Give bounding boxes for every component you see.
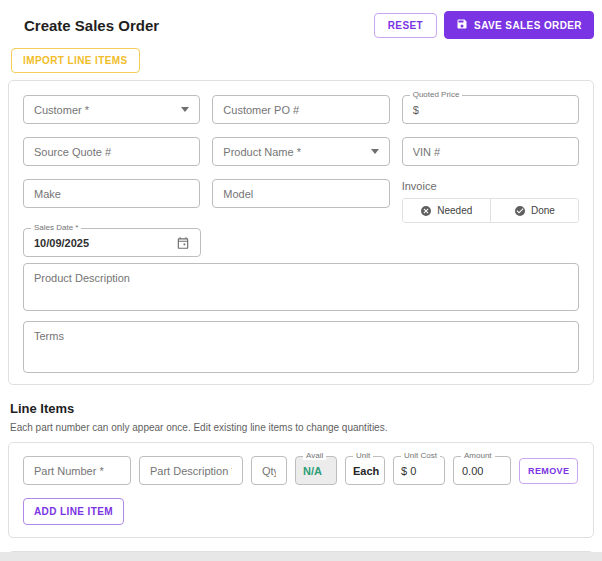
cancel-circle-icon <box>420 205 432 217</box>
save-sales-order-button[interactable]: SAVE SALES ORDER <box>444 11 594 39</box>
customer-po-input[interactable] <box>212 95 389 124</box>
amount-label: Amount <box>461 452 495 460</box>
caret-down-icon <box>181 107 189 112</box>
sales-date-label: Sales Date * <box>31 224 81 232</box>
line-items-title: Line Items <box>10 401 602 416</box>
invoice-done-label: Done <box>531 205 555 216</box>
caret-down-icon <box>371 149 379 154</box>
import-row: IMPORT LINE ITEMS <box>0 39 602 73</box>
line-item-row: Avail N/A Unit Each Unit Cost $ 0 Amount… <box>23 456 579 485</box>
part-description-input[interactable] <box>139 456 243 485</box>
terms-textarea[interactable] <box>23 321 579 373</box>
unit-cost-field[interactable]: Unit Cost $ 0 <box>393 456 445 485</box>
save-button-label: SAVE SALES ORDER <box>474 20 582 31</box>
product-name-select-label: Product Name * <box>223 146 301 158</box>
line-items-subtitle: Each part number can only appear once. E… <box>10 422 602 433</box>
unit-label: Unit <box>353 452 373 460</box>
sales-order-form-card: Customer * Quoted Price $ Product Name *… <box>8 80 594 385</box>
unit-cost-label: Unit Cost <box>401 452 440 460</box>
invoice-needed-label: Needed <box>437 205 472 216</box>
part-number-input[interactable] <box>23 456 131 485</box>
line-items-card: Avail N/A Unit Each Unit Cost $ 0 Amount… <box>8 442 594 538</box>
calendar-icon[interactable] <box>176 236 190 250</box>
unit-cost-value: $ 0 <box>401 465 416 477</box>
vin-input[interactable] <box>402 137 579 166</box>
page-title: Create Sales Order <box>24 17 159 34</box>
product-name-select[interactable]: Product Name * <box>212 137 389 166</box>
amount-field[interactable]: Amount 0.00 <box>453 456 511 485</box>
check-circle-icon <box>514 205 526 217</box>
remove-line-item-button[interactable]: REMOVE <box>519 458 578 484</box>
form-grid: Customer * Quoted Price $ Product Name *… <box>23 95 579 223</box>
reset-button[interactable]: RESET <box>374 13 437 38</box>
page-header: Create Sales Order RESET SAVE SALES ORDE… <box>0 0 602 39</box>
quoted-price-label: Quoted Price <box>410 91 463 99</box>
avail-label: Avail <box>303 452 326 460</box>
invoice-done-button[interactable]: Done <box>490 199 578 222</box>
source-quote-input[interactable] <box>23 137 200 166</box>
avail-value: N/A <box>303 465 322 477</box>
product-description-textarea[interactable] <box>23 263 579 311</box>
save-icon <box>456 18 468 32</box>
customer-select[interactable]: Customer * <box>23 95 200 124</box>
sales-date-value: 10/09/2025 <box>34 237 89 249</box>
unit-field[interactable]: Unit Each <box>345 456 385 485</box>
invoice-toggle-group: Needed Done <box>402 198 579 223</box>
sales-date-field[interactable]: Sales Date * 10/09/2025 <box>23 228 201 257</box>
page-bottom-background <box>0 552 602 561</box>
qty-input[interactable] <box>251 456 287 485</box>
header-actions: RESET SAVE SALES ORDER <box>374 11 594 39</box>
make-input[interactable] <box>23 179 200 208</box>
amount-value: 0.00 <box>462 465 483 477</box>
avail-field: Avail N/A <box>295 456 337 485</box>
line-items-header: Line Items Each part number can only app… <box>0 385 602 433</box>
import-line-items-button[interactable]: IMPORT LINE ITEMS <box>11 48 140 73</box>
unit-value: Each <box>353 465 379 477</box>
invoice-field: Invoice Needed Done <box>402 179 579 223</box>
quoted-price-field[interactable]: Quoted Price $ <box>402 95 579 124</box>
customer-select-label: Customer * <box>34 104 89 116</box>
add-line-item-button[interactable]: ADD LINE ITEM <box>23 498 124 525</box>
invoice-label: Invoice <box>402 180 579 192</box>
model-input[interactable] <box>212 179 389 208</box>
quoted-price-value: $ <box>413 104 419 116</box>
invoice-needed-button[interactable]: Needed <box>403 199 490 222</box>
